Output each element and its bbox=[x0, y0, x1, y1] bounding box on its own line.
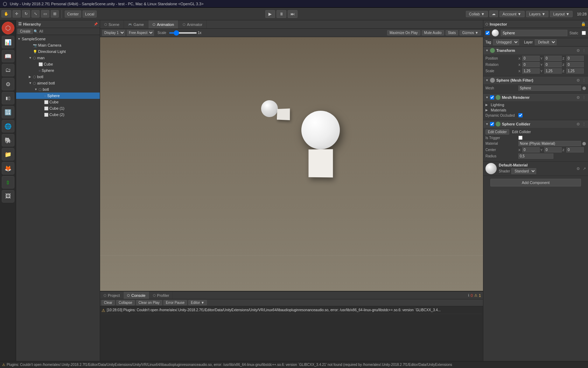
scale-y-input[interactable] bbox=[544, 68, 562, 74]
botl-item[interactable]: ▶ ⬡ botl bbox=[16, 74, 100, 80]
botl-arrow[interactable]: ▶ bbox=[29, 75, 33, 79]
console-tab[interactable]: ⬡ Console bbox=[124, 292, 149, 299]
settings-btn[interactable]: ⚙ bbox=[2, 78, 14, 90]
gizmos-btn[interactable]: Gizmos ▼ bbox=[460, 30, 481, 35]
console-content[interactable]: ⚠ [10:28:03] Plugins: Couldn't open /hom… bbox=[100, 306, 483, 361]
transform-more-icon[interactable]: ⋮ bbox=[582, 48, 586, 53]
dynamic-occluded-checkbox[interactable] bbox=[518, 113, 523, 117]
files-btn[interactable]: 📁 bbox=[2, 148, 14, 161]
play-btn[interactable]: ▶ bbox=[265, 10, 275, 18]
clear-on-play-btn[interactable]: Clear on Play bbox=[136, 300, 162, 305]
center-z-input[interactable] bbox=[566, 147, 584, 152]
mesh-renderer-settings-icon[interactable]: ⚙ bbox=[576, 95, 580, 100]
center-x-input[interactable] bbox=[522, 147, 540, 152]
calculator-btn[interactable]: 🔢 bbox=[2, 106, 14, 118]
step-btn[interactable]: ⏭ bbox=[288, 10, 298, 18]
botl-child-item[interactable]: ▼ ⬡ botl bbox=[16, 86, 100, 93]
tab-animator[interactable]: ⬡ Animator bbox=[178, 20, 207, 28]
transform-header[interactable]: ▼ Transform ⚙ ⋮ bbox=[483, 47, 588, 54]
hierarchy-all-btn[interactable]: All bbox=[39, 29, 43, 33]
rect-tool-btn[interactable]: ▭ bbox=[41, 10, 49, 18]
is-trigger-checkbox[interactable] bbox=[518, 136, 523, 140]
mesh-value-input[interactable] bbox=[518, 86, 581, 91]
botl-child-arrow[interactable]: ▼ bbox=[34, 88, 38, 91]
radius-input[interactable] bbox=[518, 154, 553, 159]
scale-z-input[interactable] bbox=[566, 68, 584, 74]
position-y-input[interactable] bbox=[544, 56, 562, 61]
man-sphere-item[interactable]: ▶ ○ Sphere bbox=[16, 67, 100, 74]
man-cube-item[interactable]: ▶ ⬜ Cube bbox=[16, 61, 100, 67]
add-component-btn[interactable]: Add Component bbox=[490, 179, 581, 186]
editor-btn[interactable]: Editor ▼ bbox=[188, 300, 207, 305]
inspector-lock-icon[interactable]: 🔒 bbox=[581, 22, 586, 26]
assets-btn[interactable]: 🗂 bbox=[2, 64, 14, 76]
obj-active-checkbox[interactable] bbox=[485, 31, 490, 35]
scene-root-item[interactable]: ▼ SampleScene bbox=[16, 36, 100, 42]
chrome-btn[interactable]: 🌐 bbox=[2, 120, 14, 132]
hand-tool-btn[interactable]: ✋ bbox=[1, 10, 11, 18]
mesh-renderer-more-icon[interactable]: ⋮ bbox=[582, 95, 586, 100]
scene-view[interactable] bbox=[100, 37, 483, 291]
botl-cube2-item[interactable]: ▶ ⬜ Cube (2) bbox=[16, 111, 100, 118]
obj-name-input[interactable] bbox=[501, 30, 567, 36]
collider-material-dot[interactable] bbox=[582, 142, 586, 145]
main-camera-item[interactable]: ▶ 📷 Main Camera bbox=[16, 42, 100, 48]
maximize-on-play-btn[interactable]: Maximize On Play bbox=[387, 30, 420, 35]
unity-icon-btn[interactable]: ⬡ bbox=[2, 22, 14, 34]
man-arrow[interactable]: ▼ bbox=[29, 56, 33, 60]
material-more-icon[interactable]: ↗ bbox=[583, 166, 586, 171]
clear-btn[interactable]: Clear bbox=[102, 300, 115, 305]
edit-collider-btn[interactable]: Edit Collider bbox=[485, 129, 509, 135]
cloud-btn[interactable]: ☁ bbox=[489, 11, 498, 17]
mesh-renderer-enable-checkbox[interactable] bbox=[490, 95, 494, 100]
rotation-z-input[interactable] bbox=[566, 62, 584, 67]
collab-btn[interactable]: Collab ▼ bbox=[466, 11, 488, 17]
error-pause-btn[interactable]: Error Pause bbox=[163, 300, 187, 305]
material-settings-icon[interactable]: ⚙ bbox=[576, 166, 580, 171]
rotation-x-input[interactable] bbox=[522, 62, 540, 67]
collider-material-input[interactable] bbox=[518, 141, 581, 146]
tag-select[interactable]: Untagged bbox=[493, 39, 519, 45]
database-btn[interactable]: 🐘 bbox=[2, 134, 14, 146]
sphere-collider-header[interactable]: ▼ Sphere Collider ⚙ ⋮ bbox=[483, 120, 588, 128]
layout-btn[interactable]: Layout ▼ bbox=[550, 11, 573, 17]
hierarchy-create-btn[interactable]: Create bbox=[18, 29, 33, 34]
center-y-input[interactable] bbox=[544, 147, 562, 152]
shader-select[interactable]: Standard bbox=[511, 168, 536, 174]
move-tool-btn[interactable]: ✛ bbox=[13, 10, 21, 18]
cmd-btn[interactable]: ▯ bbox=[2, 176, 14, 189]
transform-settings-icon[interactable]: ⚙ bbox=[576, 48, 580, 53]
tab-scene[interactable]: ⬡ Scene bbox=[100, 20, 124, 28]
position-x-input[interactable] bbox=[522, 56, 540, 61]
scale-x-input[interactable] bbox=[522, 68, 540, 74]
aimed-botl-arrow[interactable]: ▼ bbox=[29, 81, 33, 85]
rotation-y-input[interactable] bbox=[544, 62, 562, 67]
layers-btn[interactable]: Layers ▼ bbox=[526, 11, 549, 17]
man-item[interactable]: ▼ ⬡ man bbox=[16, 55, 100, 61]
mesh-filter-header[interactable]: ▼ Sphere (Mesh Filter) ⚙ ⋮ bbox=[483, 76, 588, 84]
firefox-btn[interactable]: 🦊 bbox=[2, 162, 14, 175]
profiler-tab[interactable]: ⬡ Profiler bbox=[149, 292, 173, 299]
botl-cube-item[interactable]: ▶ ⬜ Cube bbox=[16, 99, 100, 105]
sphere-collider-settings-icon[interactable]: ⚙ bbox=[576, 122, 580, 127]
multi-tool-btn[interactable]: ⊞ bbox=[51, 10, 59, 18]
aspect-select[interactable]: Free Aspect bbox=[127, 30, 154, 36]
sphere-collider-enable-checkbox[interactable] bbox=[490, 122, 494, 126]
account-btn[interactable]: Account ▼ bbox=[499, 11, 525, 17]
sphere-selected-item[interactable]: ▶ ○ Sphere bbox=[16, 93, 100, 99]
scale-tool-btn[interactable]: ⤡ bbox=[31, 10, 40, 18]
project-tab[interactable]: ⬡ Project bbox=[100, 292, 124, 299]
position-z-input[interactable] bbox=[566, 56, 584, 61]
collapse-btn[interactable]: Collapse bbox=[116, 300, 135, 305]
mute-audio-btn[interactable]: Mute Audio bbox=[422, 30, 444, 35]
mesh-filter-settings-icon[interactable]: ⚙ bbox=[576, 78, 580, 83]
materials-row[interactable]: ▶ Materials bbox=[485, 108, 586, 112]
rotate-tool-btn[interactable]: ↻ bbox=[22, 10, 30, 18]
directional-light-item[interactable]: ▶ 💡 Directional Light bbox=[16, 48, 100, 55]
static-checkbox[interactable] bbox=[582, 31, 586, 35]
display-select[interactable]: Display 1 bbox=[102, 30, 125, 36]
local-btn[interactable]: Local bbox=[83, 11, 97, 18]
services-btn[interactable]: 📊 bbox=[2, 36, 14, 48]
lighting-row[interactable]: ▶ Lighting bbox=[485, 103, 586, 107]
tab-game[interactable]: 🎮 Game bbox=[124, 20, 148, 28]
